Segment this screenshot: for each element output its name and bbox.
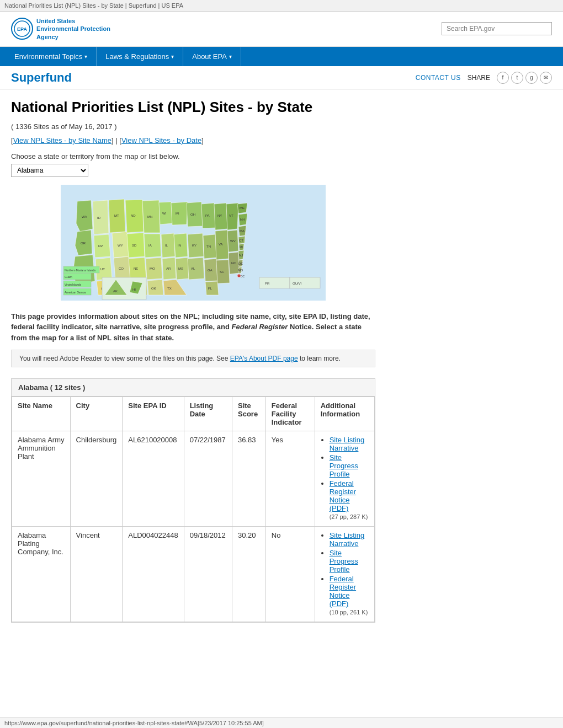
cell-federal-facility: Yes xyxy=(265,431,315,527)
chevron-down-icon: ▾ xyxy=(84,53,87,60)
svg-text:AR: AR xyxy=(166,267,171,270)
svg-text:VT: VT xyxy=(229,214,233,217)
state-dropdown[interactable]: Alabama Alaska Arizona Arkansas Californ… xyxy=(11,164,88,177)
choose-label: Choose a state or territory from the map… xyxy=(11,152,375,160)
svg-text:AK: AK xyxy=(113,290,118,293)
view-by-name-link[interactable]: View NPL Sites - by Site Name xyxy=(13,136,111,144)
chevron-down-icon: ▾ xyxy=(229,53,232,60)
svg-text:SD: SD xyxy=(132,244,137,247)
share-icons-group: f t g ✉ xyxy=(497,72,552,84)
contact-us-link[interactable]: CONTACT US xyxy=(416,74,461,82)
svg-text:OK: OK xyxy=(151,287,156,290)
svg-text:IA: IA xyxy=(148,244,152,247)
site-progress-profile-link-1[interactable]: Site Progress Profile xyxy=(330,453,358,478)
sites-table: Site Name City Site EPA ID Listing Date … xyxy=(12,397,375,622)
nav-item-environmental-topics[interactable]: Environmental Topics ▾ xyxy=(6,47,97,66)
svg-text:AL: AL xyxy=(191,267,195,270)
cell-federal-facility: No xyxy=(265,527,315,622)
federal-register-pdf-link-1[interactable]: Federal Register Notice (PDF) xyxy=(330,479,356,512)
table-row: Alabama Plating Company, Inc. Vincent AL… xyxy=(12,527,375,622)
svg-text:NY: NY xyxy=(217,214,222,217)
svg-text:WA: WA xyxy=(82,215,87,218)
svg-marker-49 xyxy=(171,202,188,225)
share-google-icon[interactable]: g xyxy=(525,72,538,84)
share-label: SHARE xyxy=(468,74,490,82)
state-table-container: Alabama ( 12 sites ) Site Name City Site… xyxy=(11,378,375,623)
pdf-notice-text: You will need Adobe Reader to view some … xyxy=(19,355,230,362)
svg-text:UT: UT xyxy=(100,267,105,271)
site-listing-narrative-link-1[interactable]: Site Listing Narrative xyxy=(330,436,365,452)
svg-text:NC: NC xyxy=(231,261,236,265)
svg-text:MT: MT xyxy=(114,214,119,217)
svg-text:GA: GA xyxy=(208,269,213,272)
svg-text:TN: TN xyxy=(206,245,211,248)
contact-share-area: CONTACT US SHARE f t g ✉ xyxy=(416,72,552,84)
svg-text:OH: OH xyxy=(190,213,195,216)
svg-text:MN: MN xyxy=(147,215,152,218)
cell-site-score: 30.20 xyxy=(232,527,265,622)
pdf-notice: You will need Adobe Reader to view some … xyxy=(11,350,375,367)
svg-marker-59 xyxy=(188,258,204,280)
svg-text:DC: DC xyxy=(241,275,245,278)
svg-text:EPA: EPA xyxy=(17,26,27,32)
view-links: [View NPL Sites - by Site Name] | [View … xyxy=(11,136,375,144)
svg-text:RI: RI xyxy=(240,245,243,249)
svg-text:PR: PR xyxy=(265,282,270,285)
epa-logo[interactable]: EPA United States Environmental Protecti… xyxy=(11,17,110,41)
cell-site-name: Alabama Army Ammunition Plant xyxy=(12,431,71,527)
page-header: Superfund CONTACT US SHARE f t g ✉ xyxy=(0,66,563,90)
svg-text:KY: KY xyxy=(192,244,196,247)
us-map[interactable]: WA OR CA ID MT NV UT WY CO AZ NM xyxy=(61,185,326,301)
cell-city: Vincent xyxy=(70,527,123,622)
svg-text:VA: VA xyxy=(219,243,223,246)
chevron-down-icon: ▾ xyxy=(171,53,174,60)
svg-text:Virgin Islands: Virgin Islands xyxy=(65,283,81,286)
col-epa-id: Site EPA ID xyxy=(123,397,184,431)
svg-text:ND: ND xyxy=(131,214,136,217)
svg-text:WV: WV xyxy=(230,239,236,243)
svg-text:American Samoa: American Samoa xyxy=(65,291,86,294)
svg-text:SC: SC xyxy=(220,270,225,274)
svg-text:MI: MI xyxy=(176,212,179,215)
nav-label-environmental: Environmental Topics xyxy=(14,52,82,61)
cell-listing-date: 07/22/1987 xyxy=(184,431,232,527)
nav-item-about-epa[interactable]: About EPA ▾ xyxy=(183,47,241,66)
federal-register-pdf-link-2[interactable]: Federal Register Notice (PDF) xyxy=(330,575,356,608)
svg-text:NV: NV xyxy=(98,244,103,248)
nav-item-laws-regulations[interactable]: Laws & Regulations ▾ xyxy=(97,47,183,66)
col-additional-info: Additional Information xyxy=(315,397,374,431)
svg-text:MS: MS xyxy=(178,267,183,270)
cell-site-name: Alabama Plating Company, Inc. xyxy=(12,527,71,622)
share-email-icon[interactable]: ✉ xyxy=(540,72,552,84)
page-title: National Priorities List (NPL) Sites - b… xyxy=(11,99,375,116)
col-listing-date: Listing Date xyxy=(184,397,232,431)
file-info-2: (10 pp, 261 K) xyxy=(330,609,368,615)
search-input[interactable] xyxy=(442,22,552,35)
svg-text:DE: DE xyxy=(238,262,243,265)
pdf-notice-end: to learn more. xyxy=(298,355,341,362)
us-map-container: WA OR CA ID MT NV UT WY CO AZ NM xyxy=(11,185,375,302)
svg-text:WI: WI xyxy=(162,212,167,215)
share-twitter-icon[interactable]: t xyxy=(511,72,523,84)
site-progress-profile-link-2[interactable]: Site Progress Profile xyxy=(330,549,358,574)
col-federal-facility: Federal Facility Indicator xyxy=(265,397,315,431)
site-listing-narrative-link-2[interactable]: Site Listing Narrative xyxy=(330,531,365,548)
view-by-date-link[interactable]: View NPL Sites - by Date xyxy=(121,136,201,144)
nav-bar: Environmental Topics ▾ Laws & Regulation… xyxy=(0,47,563,66)
col-site-score: Site Score xyxy=(232,397,265,431)
pdf-about-link[interactable]: EPA's About PDF page xyxy=(230,355,298,362)
svg-marker-43 xyxy=(161,233,175,258)
svg-text:PA: PA xyxy=(205,214,210,217)
svg-text:FL: FL xyxy=(208,287,213,290)
epa-logo-icon: EPA xyxy=(11,18,33,40)
col-site-name: Site Name xyxy=(12,397,71,431)
share-facebook-icon[interactable]: f xyxy=(497,72,509,84)
file-info-1: (27 pp, 287 K) xyxy=(330,513,368,520)
cell-listing-date: 09/18/2012 xyxy=(184,527,232,622)
svg-text:TX: TX xyxy=(167,287,172,290)
svg-text:NE: NE xyxy=(134,267,138,270)
sites-count: ( 1336 Sites as of May 16, 2017 ) xyxy=(11,122,375,131)
tab-title: National Priorities List (NPL) Sites - b… xyxy=(4,2,183,9)
nav-label-about: About EPA xyxy=(192,52,227,61)
superfund-title[interactable]: Superfund xyxy=(11,71,72,85)
